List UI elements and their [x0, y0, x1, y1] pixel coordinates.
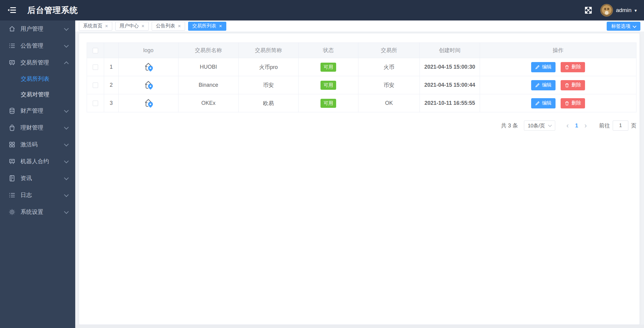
chevron-down-icon [64, 125, 69, 130]
sidebar-item-label: 交易所管理 [20, 59, 49, 67]
username: admin [616, 7, 632, 14]
caret-down-icon: ▾ [634, 8, 637, 13]
delete-button[interactable]: 删除 [561, 80, 585, 90]
image-placeholder-icon [142, 61, 155, 73]
sidebar-item-robot-contract[interactable]: 机器人合约 [0, 153, 75, 170]
delete-label: 删除 [571, 100, 581, 106]
sidebar-item-label: 财产管理 [20, 107, 43, 115]
tab-system-home[interactable]: 系统首页 × [79, 22, 112, 31]
index-header [104, 43, 119, 58]
exchange-code: 币安 [358, 76, 420, 94]
chevron-down-icon [64, 108, 69, 113]
tab-announcement-list[interactable]: 公告列表 × [152, 22, 185, 31]
next-page-button[interactable]: › [580, 122, 591, 129]
close-icon[interactable]: × [219, 23, 222, 29]
exchange-header: 交易所 [358, 43, 420, 58]
logo-header: logo [119, 43, 178, 58]
gear-icon [8, 208, 16, 216]
edit-label: 编辑 [542, 100, 552, 106]
name-header: 交易所名称 [178, 43, 239, 58]
edit-button[interactable]: 编辑 [531, 80, 556, 90]
main-content: logo 交易所名称 交易所简称 状态 交易所 创建时间 操作 1 [75, 32, 644, 328]
edit-label: 编辑 [542, 82, 552, 88]
sidebar-subitem-trading-pair-management[interactable]: 交易对管理 [0, 87, 75, 102]
bag-icon [8, 124, 16, 131]
prev-page-button[interactable]: ‹ [562, 122, 573, 129]
goto-unit: 页 [631, 122, 636, 129]
chevron-up-icon [64, 61, 69, 66]
exchange-code: 火币 [358, 58, 420, 76]
chevron-down-icon [64, 209, 69, 214]
goto-page: 前往 页 [599, 120, 636, 131]
sidebar-item-announcement-management[interactable]: 公告管理 [0, 37, 75, 54]
select-all-checkbox[interactable] [93, 48, 98, 53]
fullscreen-icon[interactable] [584, 6, 593, 14]
user-menu[interactable]: admin ▾ [600, 4, 637, 17]
row-checkbox[interactable] [93, 101, 98, 106]
page-size-select[interactable]: 10条/页 [524, 120, 555, 131]
table-header-row: logo 交易所名称 交易所简称 状态 交易所 创建时间 操作 [87, 43, 636, 58]
status-header: 状态 [299, 43, 358, 58]
topbar-right: admin ▾ [584, 4, 637, 17]
board-icon [8, 59, 16, 66]
sidebar-item-label: 激活码 [20, 141, 38, 148]
sidebar-item-news[interactable]: 资讯 [0, 170, 75, 187]
sidebar-item-property-management[interactable]: 财产管理 [0, 102, 75, 119]
row-index: 1 [104, 58, 119, 76]
edit-button[interactable]: 编辑 [531, 62, 556, 72]
sidebar-item-logs[interactable]: 日志 [0, 187, 75, 204]
exchange-code: OK [358, 94, 420, 112]
sidebar-item-label: 公告管理 [20, 42, 43, 50]
pencil-icon [535, 101, 540, 106]
chevron-down-icon [64, 158, 69, 163]
board-icon [8, 158, 16, 165]
news-icon [8, 175, 16, 182]
delete-button[interactable]: 删除 [561, 62, 585, 72]
status-badge: 可用 [320, 99, 336, 108]
row-checkbox[interactable] [93, 64, 98, 70]
sidebar-item-wealth-management[interactable]: 理财管理 [0, 119, 75, 136]
goto-label: 前往 [599, 122, 610, 129]
sidebar-item-label: 日志 [20, 191, 32, 199]
tab-label: 交易所列表 [192, 23, 216, 29]
table-row: 1 HUOBI [87, 58, 636, 76]
trash-icon [565, 101, 569, 106]
tab-exchange-list[interactable]: 交易所列表 × [188, 22, 226, 31]
top-bar: 后台管理系统 admin ▾ [0, 0, 644, 20]
current-page[interactable]: 1 [573, 123, 580, 129]
close-icon[interactable]: × [141, 23, 144, 29]
sidebar-toggle-icon[interactable] [8, 6, 17, 14]
exchange-short-name: 币安 [239, 76, 299, 94]
sidebar-item-user-management[interactable]: 用户管理 [0, 20, 75, 37]
page-title: 后台管理系统 [27, 5, 78, 16]
row-index: 2 [104, 76, 119, 94]
tab-user-center[interactable]: 用户中心 × [115, 22, 149, 31]
row-checkbox[interactable] [93, 83, 98, 88]
close-icon[interactable]: × [105, 23, 108, 29]
chevron-down-icon [64, 142, 69, 146]
close-icon[interactable]: × [178, 23, 181, 29]
avatar[interactable] [600, 4, 613, 17]
exchange-name: OKEx [178, 94, 239, 112]
goto-page-input[interactable] [613, 120, 628, 131]
chevron-down-icon [64, 43, 69, 48]
tab-label: 用户中心 [119, 23, 139, 29]
sidebar-item-label: 资讯 [20, 174, 32, 182]
sidebar-subitem-exchange-list[interactable]: 交易所列表 [0, 71, 75, 87]
delete-button[interactable]: 删除 [561, 98, 585, 108]
sidebar-item-activation-code[interactable]: 激活码 [0, 136, 75, 153]
table-row: 3 OKEx [87, 94, 636, 112]
tag-options-button[interactable]: 标签选项 [607, 22, 640, 31]
chevron-down-icon [633, 24, 636, 28]
home-icon [8, 25, 16, 33]
horizontal-scrollbar-track[interactable] [75, 325, 644, 328]
edit-button[interactable]: 编辑 [531, 98, 556, 108]
list-icon [8, 42, 16, 49]
sidebar-item-label: 机器人合约 [20, 158, 49, 165]
sidebar-item-exchange-management[interactable]: 交易所管理 [0, 54, 75, 71]
sidebar-item-system-settings[interactable]: 系统设置 [0, 204, 75, 220]
actions-header: 操作 [480, 43, 636, 58]
coins-icon [8, 107, 16, 114]
sidebar-subitem-label: 交易对管理 [21, 91, 49, 98]
admin-app: 后台管理系统 admin ▾ [0, 0, 644, 328]
